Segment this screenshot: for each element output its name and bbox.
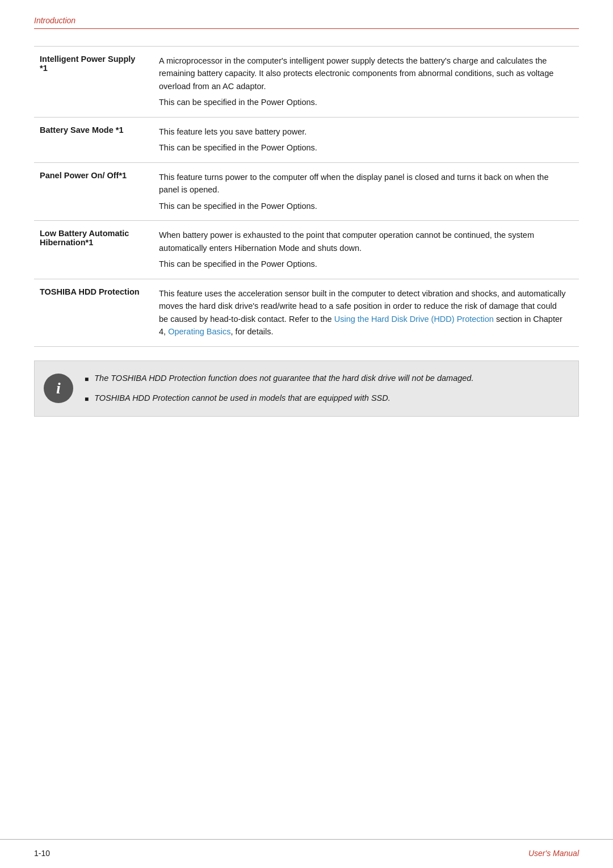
note-bullet-icon: ■ (85, 394, 89, 404)
feature-table: Intelligent Power Supply *1 A microproce… (34, 46, 579, 347)
table-row: Low Battery Automatic Hibernation*1 When… (34, 221, 579, 279)
note-text-2: TOSHIBA HDD Protection cannot be used in… (94, 392, 390, 405)
note-icon: i (56, 380, 61, 396)
page-footer: 1-10 User's Manual (0, 839, 613, 868)
table-row: Battery Save Mode *1 This feature lets y… (34, 117, 579, 162)
feature-desc-hdd-protection: This feature uses the acceleration senso… (159, 279, 579, 346)
table-row: Panel Power On/ Off*1 This feature turns… (34, 162, 579, 220)
feature-name-low-battery: Low Battery Automatic Hibernation*1 (34, 221, 159, 279)
feature-desc-battery-save: This feature lets you save battery power… (159, 117, 579, 162)
note-box: i ■ The TOSHIBA HDD Protection function … (34, 360, 579, 417)
header-divider (34, 28, 579, 29)
page-wrapper: Introduction Intelligent Power Supply *1… (0, 0, 613, 868)
table-row: TOSHIBA HDD Protection This feature uses… (34, 279, 579, 346)
manual-title: User's Manual (528, 849, 579, 858)
link-hdd-section[interactable]: Using the Hard Disk Drive (HDD) Protecti… (334, 315, 494, 324)
main-content: Intelligent Power Supply *1 A microproce… (0, 35, 613, 439)
chapter-title: Introduction (34, 16, 579, 25)
feature-name-hdd-protection: TOSHIBA HDD Protection (34, 279, 159, 346)
note-icon-wrap: i (44, 374, 73, 403)
link-operating-basics[interactable]: Operating Basics (168, 327, 230, 336)
note-text-1: The TOSHIBA HDD Protection function does… (94, 372, 473, 385)
note-content: ■ The TOSHIBA HDD Protection function do… (85, 372, 565, 405)
feature-name-intelligent-power: Intelligent Power Supply *1 (34, 47, 159, 118)
feature-name-panel-power: Panel Power On/ Off*1 (34, 162, 159, 220)
table-row: Intelligent Power Supply *1 A microproce… (34, 47, 579, 118)
note-bullet-icon: ■ (85, 374, 89, 384)
feature-desc-intelligent-power: A microprocessor in the computer's intel… (159, 47, 579, 118)
note-item: ■ TOSHIBA HDD Protection cannot be used … (85, 392, 565, 405)
feature-desc-low-battery: When battery power is exhausted to the p… (159, 221, 579, 279)
feature-desc-panel-power: This feature turns power to the computer… (159, 162, 579, 220)
feature-name-battery-save: Battery Save Mode *1 (34, 117, 159, 162)
page-number: 1-10 (34, 849, 50, 858)
page-header: Introduction (0, 0, 613, 35)
note-item: ■ The TOSHIBA HDD Protection function do… (85, 372, 565, 385)
